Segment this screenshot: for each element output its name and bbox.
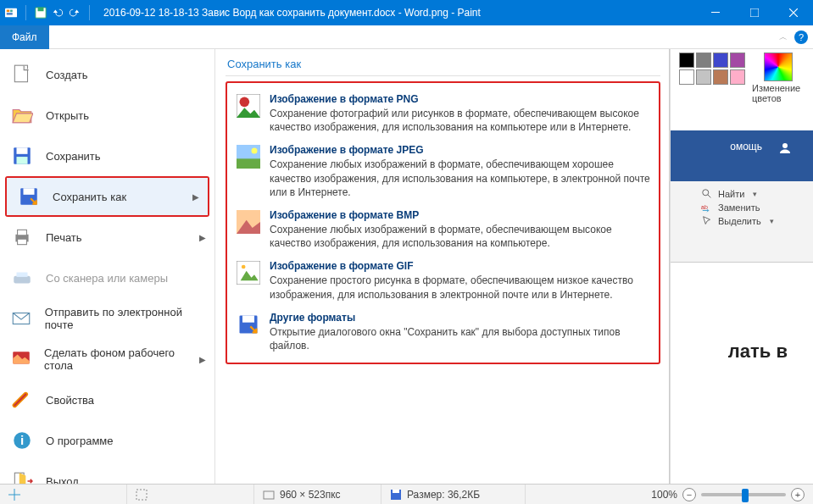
menu-label: Сохранить	[46, 150, 101, 163]
format-png[interactable]: Изображение в формате PNG Сохранение фот…	[234, 88, 652, 139]
format-gif[interactable]: Изображение в формате GIF Сохранение про…	[234, 255, 652, 306]
replace-button[interactable]: ab Заменить	[701, 202, 813, 213]
menu-label: Создать	[46, 69, 87, 81]
format-title: Изображение в формате PNG	[270, 93, 650, 105]
svg-rect-5	[38, 8, 44, 11]
file-tab[interactable]: Файл	[0, 25, 49, 49]
menu-item-save[interactable]: Сохранить	[0, 136, 214, 176]
menu-item-properties[interactable]: Свойства	[0, 379, 214, 420]
menu-label: Свойства	[46, 394, 94, 407]
svg-rect-16	[24, 188, 35, 195]
save-as-title: Сохранить как	[226, 56, 660, 76]
format-desc: Сохранение любых изображений в формате, …	[270, 223, 650, 250]
svg-rect-13	[17, 147, 28, 154]
help-button[interactable]: ?	[794, 30, 808, 44]
svg-rect-20	[14, 276, 31, 284]
menu-item-new[interactable]: Создать	[0, 54, 214, 95]
png-icon	[236, 93, 261, 119]
other-formats-icon	[236, 312, 261, 337]
svg-rect-40	[393, 490, 399, 493]
menu-label: Со сканера или камеры	[46, 272, 168, 285]
format-jpeg[interactable]: Изображение в формате JPEG Сохранение лю…	[234, 139, 652, 204]
svg-point-34	[242, 265, 246, 269]
status-canvas-size: 960 × 523пкс	[254, 485, 381, 504]
menu-item-desktop-bg[interactable]: Сделать фоном рабочего стола ▶	[0, 339, 214, 379]
edit-colors-button[interactable]: Изменение цветов	[752, 53, 805, 103]
new-icon	[10, 63, 34, 86]
menu-item-about[interactable]: i О программе	[0, 420, 214, 461]
svg-point-9	[703, 190, 709, 196]
menu-item-email[interactable]: Отправить по электронной почте	[0, 298, 214, 339]
svg-text:i: i	[20, 433, 24, 447]
file-menu-left: Создать Открыть Сохранить Сохранить как …	[0, 49, 215, 484]
menu-item-save-as[interactable]: Сохранить как ▶	[7, 178, 208, 215]
svg-rect-21	[17, 273, 28, 277]
svg-point-31	[252, 148, 258, 154]
menu-item-scanner: Со сканера или камеры	[0, 258, 214, 298]
qat-redo-icon[interactable]	[69, 7, 81, 19]
svg-rect-38	[264, 491, 274, 499]
about-icon: i	[10, 429, 34, 452]
minimize-button[interactable]	[696, 0, 735, 25]
desktop-icon	[10, 347, 32, 371]
zoom-in-button[interactable]: +	[791, 488, 805, 501]
select-button[interactable]: Выделить ▾	[701, 215, 813, 227]
menu-label: Открыть	[46, 109, 89, 122]
app-icon	[5, 7, 17, 19]
bmp-icon	[236, 209, 261, 235]
format-other[interactable]: Другие форматы Открытие диалогового окна…	[234, 307, 652, 357]
svg-text:ab: ab	[701, 204, 708, 210]
qat-save-icon[interactable]	[35, 7, 47, 19]
format-bmp[interactable]: Изображение в формате BMP Сохранение люб…	[234, 204, 652, 255]
svg-rect-6	[711, 12, 720, 13]
menu-item-open[interactable]: Открыть	[0, 95, 214, 136]
open-icon	[10, 103, 34, 127]
replace-icon: ab	[701, 202, 713, 213]
status-file-size: Размер: 36,2КБ	[381, 485, 526, 504]
find-button[interactable]: Найти ▾	[701, 188, 813, 200]
gif-icon	[236, 260, 261, 285]
svg-rect-7	[750, 8, 759, 17]
menu-label: Сохранить как	[53, 191, 126, 203]
rainbow-icon	[764, 53, 793, 81]
menu-item-print[interactable]: Печать ▶	[0, 217, 214, 258]
format-desc: Сохранение простого рисунка в формате, о…	[270, 274, 650, 301]
jpeg-icon	[236, 144, 261, 169]
svg-rect-37	[136, 490, 147, 500]
svg-rect-1	[7, 10, 10, 13]
save-as-icon	[17, 185, 41, 208]
qat-undo-icon[interactable]	[52, 7, 64, 19]
svg-rect-3	[7, 13, 13, 15]
svg-rect-36	[242, 315, 254, 322]
properties-icon	[10, 388, 34, 412]
color-swatches[interactable]	[679, 53, 745, 85]
format-desc: Сохранение фотографий или рисунков в фор…	[270, 107, 650, 134]
zoom-slider[interactable]	[701, 493, 786, 496]
maximize-button[interactable]	[735, 0, 774, 25]
mail-icon	[10, 307, 33, 330]
svg-rect-33	[237, 261, 260, 285]
window-title: 2016-09-12 18-18-13 Завис Ворд как сохра…	[98, 7, 696, 19]
status-coords	[0, 485, 127, 504]
format-title: Изображение в формате BMP	[270, 209, 650, 221]
svg-rect-18	[18, 230, 27, 235]
submenu-arrow-icon: ▶	[192, 192, 199, 202]
menu-label: О программе	[46, 435, 114, 447]
title-bar: 2016-09-12 18-18-13 Завис Ворд как сохра…	[0, 0, 813, 25]
file-menu: Создать Открыть Сохранить Сохранить как …	[0, 49, 670, 484]
format-title: Изображение в формате JPEG	[270, 144, 650, 156]
zoom-out-button[interactable]: −	[682, 488, 696, 501]
format-title: Другие форматы	[270, 312, 650, 324]
disk-icon	[390, 489, 402, 501]
ribbon-collapse-icon[interactable]: ︿	[779, 31, 788, 43]
format-title: Изображение в формате GIF	[270, 260, 650, 272]
svg-rect-14	[17, 157, 28, 164]
save-as-panel: Сохранить как Изображение в формате PNG …	[215, 49, 669, 484]
share-icon	[777, 141, 793, 156]
svg-rect-2	[10, 10, 13, 13]
submenu-arrow-icon: ▶	[199, 233, 206, 242]
close-button[interactable]	[774, 0, 813, 25]
document-text-fragment: лать в	[728, 341, 788, 363]
svg-rect-19	[18, 239, 27, 245]
print-icon	[10, 225, 34, 249]
